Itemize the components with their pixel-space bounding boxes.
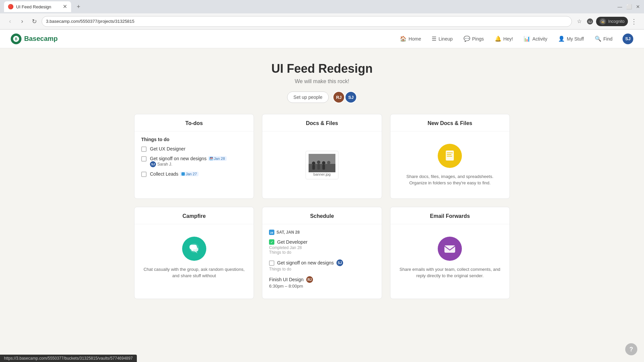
help-button[interactable]: ? (625, 343, 637, 355)
schedule-item-2-header: Get signoff on new designs SJ (269, 259, 375, 266)
dashboard-grid: To-dos Things to do Get UX Designer (134, 114, 510, 299)
browser-titlebar: 🔴 UI Feed Redesign ✕ + — ⬜ ✕ (0, 0, 644, 13)
svg-rect-26 (192, 247, 198, 251)
tab-close-button[interactable]: ✕ (63, 4, 67, 9)
nav-pings[interactable]: 💬 Pings (459, 33, 489, 45)
status-url: https://3.basecamp.com/5550377/buckets/3… (4, 356, 133, 361)
hey-icon: 🔔 (495, 36, 501, 42)
project-actions: Set up people RJ SJ (134, 91, 510, 103)
campfire-card-header: Campfire (135, 207, 254, 224)
home-icon: 🏠 (400, 36, 407, 42)
svg-rect-22 (447, 156, 452, 157)
todos-card-header: To-dos (135, 114, 254, 131)
todos-card: To-dos Things to do Get UX Designer (134, 114, 254, 199)
docs-card-header: Docs & Files (262, 114, 381, 131)
todo-item-3: Collect Leads Jan 27 (141, 171, 247, 177)
schedule-assignee-sj: SJ (336, 259, 343, 266)
svg-rect-19 (446, 150, 454, 161)
browser-more-button[interactable]: ⋮ (629, 16, 639, 27)
new-docs-description: Share docs, files, images, and spreadshe… (397, 173, 503, 186)
setup-people-button[interactable]: Set up people (287, 92, 329, 103)
svg-point-17 (327, 161, 330, 164)
mystuff-icon: 👤 (558, 36, 565, 42)
todo-checkbox-2[interactable] (141, 156, 147, 162)
browser-frame: 🔴 UI Feed Redesign ✕ + — ⬜ ✕ ‹ › ↻ 3.bas… (0, 0, 644, 362)
svg-point-13 (317, 161, 320, 164)
star-button[interactable]: ☆ (575, 17, 584, 26)
file-thumbnail[interactable]: banner.jpg (306, 151, 338, 179)
member-avatar-sj[interactable]: SJ (345, 91, 357, 103)
user-avatar[interactable]: SJ (623, 34, 633, 44)
schedule-item-1-header: ✓ Get Developer (269, 239, 375, 245)
schedule-card: Schedule 28 SAT, JAN 28 ✓ Get (262, 207, 382, 299)
schedule-checkbox-1[interactable]: ✓ (269, 239, 274, 245)
email-forwards-card-header: Email Forwards (390, 207, 509, 224)
app: B Basecamp 🏠 Home ☰ Lineup 💬 Pings (0, 29, 644, 362)
brand-name: Basecamp (24, 35, 58, 43)
incognito-badge[interactable]: 🕵 Incognito (596, 17, 628, 26)
back-button[interactable]: ‹ (5, 17, 15, 26)
svg-rect-21 (447, 154, 451, 155)
member-avatar-rj[interactable]: RJ (333, 91, 345, 103)
schedule-item-2: Get signoff on new designs SJ Things to … (269, 259, 375, 272)
new-docs-card-body: Share docs, files, images, and spreadshe… (390, 131, 509, 198)
svg-rect-18 (327, 164, 330, 170)
svg-rect-8 (181, 172, 185, 176)
schedule-item-2-name: Get signoff on new designs (277, 260, 334, 265)
schedule-item-1-completed: Completed Jan 28 (269, 245, 375, 250)
pings-icon: 💬 (464, 36, 470, 42)
nav-find[interactable]: 🔍 Find (590, 33, 617, 45)
svg-rect-20 (447, 153, 453, 153)
todo-date-badge-3: Jan 27 (180, 172, 199, 176)
file-name: banner.jpg (309, 172, 335, 176)
window-maximize[interactable]: ⬜ (626, 4, 632, 9)
brand-logo-link[interactable]: B Basecamp (11, 34, 58, 44)
address-bar[interactable]: 3.basecamp.com/5550377/projects/31325815 (42, 16, 572, 27)
forward-button[interactable]: › (17, 17, 27, 26)
new-docs-icon (438, 144, 462, 168)
svg-text:28: 28 (270, 231, 273, 234)
user-initials: SJ (625, 36, 631, 41)
svg-text:📅: 📅 (210, 157, 213, 160)
todo-assignee-2: SJ Sarah J. (150, 161, 227, 167)
todo-date-3: Jan 27 (186, 172, 197, 176)
docs-card: Docs & Files (262, 114, 382, 199)
todo-date-2: Jan 28 (214, 157, 225, 161)
nav-hey-label: Hey! (503, 36, 513, 42)
project-title: UI Feed Redesign (134, 62, 510, 76)
schedule-date-text: SAT, JAN 28 (276, 230, 300, 235)
todo-label-2: Get signoff on new designs 📅 Jan 28 (150, 156, 227, 161)
schedule-checkbox-2[interactable] (269, 260, 274, 266)
todo-checkbox-3[interactable] (141, 172, 147, 177)
todos-card-body: Things to do Get UX Designer (135, 131, 254, 186)
browser-profile[interactable]: SJ (585, 17, 595, 26)
window-minimize[interactable]: — (618, 4, 622, 9)
svg-point-15 (322, 161, 325, 165)
member-avatars: RJ SJ (333, 91, 357, 103)
svg-text:B: B (15, 37, 17, 41)
nav-mystuff[interactable]: 👤 My Stuff (553, 33, 589, 45)
nav-lineup-label: Lineup (438, 36, 452, 42)
docs-card-body: banner.jpg (262, 131, 381, 198)
nav-pings-label: Pings (472, 36, 484, 42)
nav-activity[interactable]: 📊 Activity (519, 33, 552, 45)
nav-mystuff-label: My Stuff (567, 36, 584, 42)
svg-text:SJ: SJ (588, 20, 592, 23)
schedule-item-3-time: 6:30pm – 8:00pm (269, 284, 375, 289)
todo-checkbox-1[interactable] (141, 146, 147, 152)
window-controls: — ⬜ ✕ (618, 4, 640, 9)
banner-image (309, 154, 335, 172)
nav-hey[interactable]: 🔔 Hey! (490, 33, 518, 45)
window-close[interactable]: ✕ (636, 4, 640, 9)
browser-tab[interactable]: 🔴 UI Feed Redesign ✕ (4, 1, 71, 12)
refresh-button[interactable]: ↻ (30, 17, 39, 26)
nav-lineup[interactable]: ☰ Lineup (427, 33, 457, 45)
incognito-icon: 🕵 (599, 18, 606, 25)
todo-label-1: Get UX Designer (150, 146, 185, 152)
new-tab-button[interactable]: + (74, 2, 83, 11)
todo-label-3-text: Collect Leads (150, 171, 178, 177)
nav-home[interactable]: 🏠 Home (395, 33, 426, 45)
email-icon (438, 237, 462, 261)
schedule-item-1-meta: Things to do (269, 250, 375, 255)
schedule-card-body: 28 SAT, JAN 28 ✓ Get Developer Completed… (262, 224, 381, 299)
